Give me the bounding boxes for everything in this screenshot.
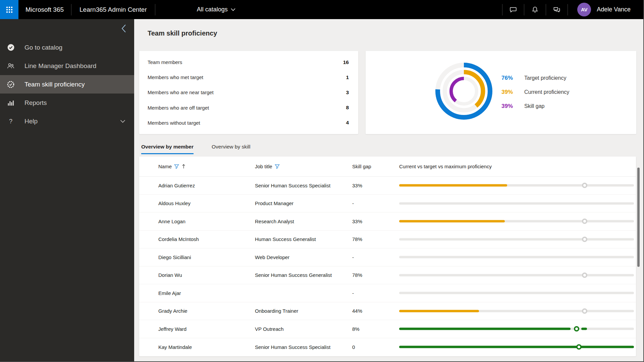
sidebar-item-help[interactable]: ? Help bbox=[0, 112, 134, 130]
cell-job-title: Senior Human Success Specialist bbox=[255, 344, 352, 350]
user-name: Adele Vance bbox=[597, 6, 631, 13]
sidebar-item-label: Reports bbox=[24, 99, 47, 107]
cell-job-title: Product Manager bbox=[255, 200, 352, 206]
filter-icon[interactable] bbox=[174, 164, 179, 169]
proficiency-bar bbox=[399, 284, 634, 302]
column-header-job-title: Job title bbox=[255, 164, 352, 169]
sidebar-item-line-manager-dashboard[interactable]: Line Manager Dashboard bbox=[0, 57, 134, 75]
avatar[interactable]: AV bbox=[577, 3, 591, 16]
sidebar-item-reports[interactable]: Reports bbox=[0, 94, 134, 112]
stat-value: 8 bbox=[346, 105, 349, 111]
table-row[interactable]: Grady Archie Onboarding Trainer 44% bbox=[139, 302, 636, 320]
team-stats-card: Team members 16 Members who met target 1… bbox=[139, 51, 358, 134]
chart-legend-item: 39% Skill gap bbox=[501, 99, 569, 113]
chat-button[interactable] bbox=[502, 0, 524, 19]
cell-skill-gap: - bbox=[352, 290, 399, 296]
chat-icon bbox=[509, 6, 517, 14]
table-header: Name Job title Skill gap Current vs targ… bbox=[139, 157, 636, 177]
tab-overview-by-skill[interactable]: Overview by skill bbox=[212, 143, 250, 154]
bar-track bbox=[399, 256, 634, 258]
sidebar-item-label: Go to catalog bbox=[24, 44, 62, 51]
table-row[interactable]: Emile Ajar - bbox=[139, 284, 636, 302]
table-row[interactable]: Anne Logan Research Analyst 33% bbox=[139, 213, 636, 231]
table-row[interactable]: Jeffrey Ward VP Outreach 8% bbox=[139, 320, 636, 338]
sidebar: Go to catalog Line Manager Dashboard Tea… bbox=[0, 19, 134, 362]
proficiency-bar bbox=[399, 231, 634, 248]
sidebar-collapse-button[interactable] bbox=[118, 23, 129, 35]
stat-label: Team members bbox=[148, 59, 182, 65]
waffle-icon bbox=[6, 7, 12, 13]
table-row[interactable]: Kay Martindale Senior Human Success Spec… bbox=[139, 338, 636, 356]
legend-value: 39% bbox=[501, 89, 522, 96]
table-row[interactable]: Adrian Gutierrez Senior Human Success Sp… bbox=[139, 177, 636, 195]
filter-icon[interactable] bbox=[275, 164, 280, 169]
stat-label: Members who are off target bbox=[148, 105, 209, 111]
table-row[interactable]: Cordelia McIntosh Human Success Generali… bbox=[139, 231, 636, 249]
cell-job-title: Senior Human Success Generalist bbox=[255, 272, 352, 278]
proficiency-bar bbox=[399, 338, 634, 356]
sidebar-item-go-to-catalog[interactable]: Go to catalog bbox=[0, 38, 134, 57]
bar-track bbox=[399, 274, 634, 276]
cell-job-title: Research Analyst bbox=[255, 219, 352, 224]
chart-legend-item: 39% Current proficiency bbox=[501, 85, 569, 99]
table-row[interactable]: Dorian Wu Senior Human Success Generalis… bbox=[139, 266, 636, 285]
question-icon: ? bbox=[6, 117, 15, 126]
cell-skill-gap: 44% bbox=[352, 308, 399, 314]
column-name-label: Name bbox=[158, 164, 172, 169]
tab-overview-by-member[interactable]: Overview by member bbox=[141, 143, 194, 154]
vertical-scrollbar[interactable] bbox=[637, 168, 640, 267]
target-marker-icon bbox=[582, 219, 587, 224]
top-app-bar: Microsoft 365 Learn365 Admin Center All … bbox=[0, 0, 644, 19]
feedback-button[interactable] bbox=[546, 0, 568, 19]
cell-skill-gap: 8% bbox=[352, 326, 399, 332]
sidebar-item-label: Team skill proficiency bbox=[24, 81, 85, 88]
proficiency-bar bbox=[399, 266, 634, 284]
sort-ascending-icon[interactable] bbox=[181, 164, 186, 169]
sidebar-item-team-skill-proficiency[interactable]: Team skill proficiency bbox=[0, 75, 134, 94]
bar-extra-segment bbox=[581, 328, 587, 330]
cell-job-title: VP Outreach bbox=[255, 326, 352, 332]
bar-track bbox=[399, 238, 634, 240]
proficiency-bar bbox=[399, 320, 634, 338]
table-row[interactable]: Aldous Huxley Product Manager - bbox=[139, 195, 636, 213]
stat-row: Team members 16 bbox=[148, 59, 349, 65]
chevron-down-icon bbox=[120, 120, 125, 123]
table-row[interactable]: Diego Sicilliani Web Developer - bbox=[139, 248, 636, 266]
catalog-dropdown[interactable]: All catalogs bbox=[197, 6, 235, 13]
proficiency-donut-chart bbox=[432, 59, 496, 123]
cell-name: Aldous Huxley bbox=[158, 200, 255, 206]
brand-title[interactable]: Microsoft 365 bbox=[25, 6, 64, 13]
chart-legend: 76% Target proficiency 39% Current profi… bbox=[501, 71, 569, 113]
chart-legend-item: 76% Target proficiency bbox=[501, 71, 569, 85]
catalog-check-icon bbox=[6, 43, 15, 52]
notifications-button[interactable] bbox=[524, 0, 546, 19]
target-marker-icon bbox=[576, 344, 582, 350]
proficiency-chart-card: 76% Target proficiency 39% Current profi… bbox=[366, 51, 636, 134]
bar-current-fill bbox=[399, 346, 634, 348]
page-title: Team skill proficiency bbox=[148, 29, 217, 37]
proficiency-bar bbox=[399, 195, 634, 213]
cell-name: Emile Ajar bbox=[158, 290, 255, 296]
skill-badge-icon bbox=[6, 80, 15, 89]
proficiency-bar bbox=[399, 248, 634, 266]
topbar-actions: AV Adele Vance bbox=[502, 0, 644, 19]
proficiency-bar bbox=[399, 213, 634, 230]
stat-value: 3 bbox=[346, 89, 349, 96]
legend-label: Current proficiency bbox=[524, 89, 569, 95]
target-marker-icon bbox=[582, 308, 587, 314]
legend-label: Target proficiency bbox=[524, 75, 566, 81]
cell-skill-gap: - bbox=[352, 200, 399, 206]
stat-label: Members who are near target bbox=[148, 89, 214, 95]
bar-track bbox=[399, 202, 634, 204]
bar-track bbox=[399, 292, 634, 294]
bar-chart-icon bbox=[6, 99, 15, 107]
cell-skill-gap: 33% bbox=[352, 183, 399, 188]
legend-value: 76% bbox=[501, 75, 522, 81]
stat-value: 1 bbox=[346, 74, 349, 80]
cell-name: Dorian Wu bbox=[158, 272, 255, 278]
bar-current-fill bbox=[399, 220, 505, 223]
sidebar-nav: Go to catalog Line Manager Dashboard Tea… bbox=[0, 38, 134, 130]
app-launcher-button[interactable] bbox=[0, 0, 18, 19]
column-job-label: Job title bbox=[255, 164, 272, 169]
target-marker-icon bbox=[574, 326, 579, 331]
